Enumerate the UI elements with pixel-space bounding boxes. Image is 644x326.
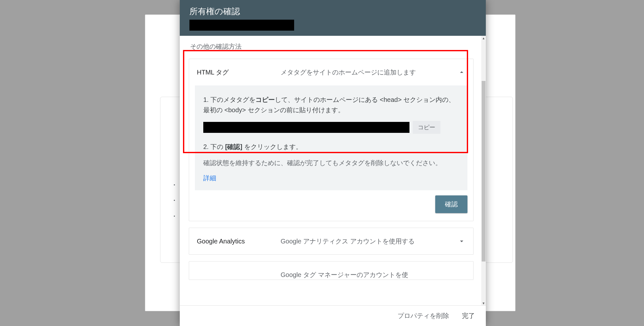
method-name: Google Analytics xyxy=(197,238,281,245)
method-desc: Google アナリティクス アカウントを使用する xyxy=(281,236,458,246)
method-desc: Google タグ マネージャーのアカウントを使 xyxy=(281,270,466,280)
method-html-tag: HTML タグ メタタグをサイトのホームページに追加します 1. 下のメタタグを… xyxy=(189,59,474,221)
method-desc: メタタグをサイトのホームページに追加します xyxy=(281,67,458,77)
keep-tag-note: 確認状態を維持するために、確認が完了してもメタタグを削除しないでください。 xyxy=(203,158,459,168)
meta-tag-redacted[interactable] xyxy=(203,122,409,133)
confirm-button[interactable]: 確認 xyxy=(435,195,467,213)
verification-modal: 所有権の確認 その他の確認方法 HTML タグ メタタグをサイトのホームページに… xyxy=(180,0,486,326)
method-html-tag-header[interactable]: HTML タグ メタタグをサイトのホームページに追加します xyxy=(189,59,473,85)
step-2: 2. 下の [確認] をクリックします。 xyxy=(203,142,459,152)
method-google-analytics: Google Analytics Google アナリティクス アカウントを使用… xyxy=(189,228,474,255)
scrollbar-track[interactable]: ▲ ▼ xyxy=(481,36,486,305)
method-html-tag-body: 1. 下のメタタグをコピーして、サイトのホームページにある <head> セクシ… xyxy=(189,85,473,221)
scroll-down-arrow-icon[interactable]: ▼ xyxy=(481,301,486,305)
details-link[interactable]: 詳細 xyxy=(203,174,459,183)
method-ga-header[interactable]: Google Analytics Google アナリティクス アカウントを使用… xyxy=(189,228,473,254)
modal-body: その他の確認方法 HTML タグ メタタグをサイトのホームページに追加します 1… xyxy=(180,36,486,305)
method-gtm: Google タグ マネージャーのアカウントを使 xyxy=(189,261,474,280)
copy-button[interactable]: コピー xyxy=(413,121,440,134)
method-gtm-header[interactable]: Google タグ マネージャーのアカウントを使 xyxy=(189,262,473,280)
modal-title: 所有権の確認 xyxy=(189,6,476,17)
other-methods-label: その他の確認方法 xyxy=(189,42,474,51)
method-name: HTML タグ xyxy=(197,68,281,77)
meta-tag-row: コピー xyxy=(203,121,459,134)
property-name-redacted xyxy=(189,20,294,31)
chevron-down-icon xyxy=(458,237,466,245)
instructions-box: 1. 下のメタタグをコピーして、サイトのホームページにある <head> セクシ… xyxy=(195,85,467,190)
background-bullets: ・ ・ ・ xyxy=(171,177,178,224)
modal-header: 所有権の確認 xyxy=(180,0,486,36)
scrollbar-thumb[interactable] xyxy=(482,81,485,262)
step-1: 1. 下のメタタグをコピーして、サイトのホームページにある <head> セクシ… xyxy=(203,94,459,115)
done-link[interactable]: 完了 xyxy=(462,311,475,320)
scroll-up-arrow-icon[interactable]: ▲ xyxy=(481,36,486,40)
chevron-up-icon xyxy=(458,68,466,76)
remove-property-link[interactable]: プロパティを削除 xyxy=(398,311,449,320)
modal-footer: プロパティを削除 完了 xyxy=(180,305,486,326)
